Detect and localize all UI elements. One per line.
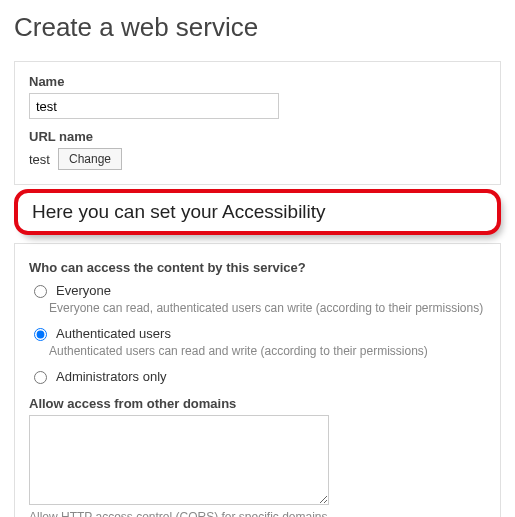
change-button[interactable]: Change xyxy=(58,148,122,170)
name-input[interactable] xyxy=(29,93,279,119)
radio-admins-label: Administrators only xyxy=(56,369,167,384)
radio-authenticated-desc: Authenticated users can read and write (… xyxy=(49,343,486,359)
url-name-label: URL name xyxy=(29,129,486,144)
annotation-callout: Here you can set your Accessibility xyxy=(14,189,501,235)
radio-authenticated-label: Authenticated users xyxy=(56,326,171,341)
name-label: Name xyxy=(29,74,486,89)
domains-label: Allow access from other domains xyxy=(29,396,486,411)
radio-everyone[interactable] xyxy=(34,285,47,298)
panel-name-url: Name URL name test Change xyxy=(14,61,501,185)
radio-admins[interactable] xyxy=(34,371,47,384)
page-title: Create a web service xyxy=(14,12,501,43)
access-question: Who can access the content by this servi… xyxy=(29,260,486,275)
radio-authenticated[interactable] xyxy=(34,328,47,341)
panel-access: Who can access the content by this servi… xyxy=(14,243,501,517)
domains-textarea[interactable] xyxy=(29,415,329,505)
annotation-text: Here you can set your Accessibility xyxy=(14,189,501,235)
help-line1: Allow HTTP access control (CORS) for spe… xyxy=(29,510,331,517)
url-name-value: test xyxy=(29,152,50,167)
radio-everyone-label: Everyone xyxy=(56,283,111,298)
radio-everyone-desc: Everyone can read, authenticated users c… xyxy=(49,300,486,316)
domains-help: Allow HTTP access control (CORS) for spe… xyxy=(29,509,486,517)
